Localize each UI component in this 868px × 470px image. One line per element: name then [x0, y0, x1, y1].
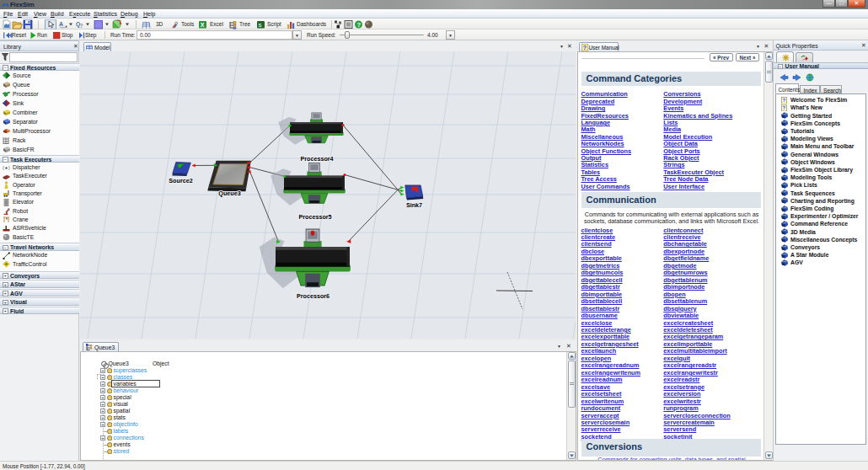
svg-text:Processor5: Processor5 — [298, 213, 331, 221]
svg-text:A: A — [59, 21, 63, 27]
svg-text:Sink7: Sink7 — [406, 201, 422, 209]
svg-text:?: ? — [783, 105, 786, 110]
svg-text:Source2: Source2 — [169, 177, 192, 184]
svg-text:Queue3: Queue3 — [218, 190, 240, 197]
svg-text:?: ? — [582, 45, 586, 51]
svg-text:?: ? — [357, 21, 362, 29]
svg-text:X: X — [201, 22, 205, 28]
svg-text:S: S — [259, 23, 262, 28]
svg-text:?: ? — [80, 23, 83, 29]
svg-text:Processor4: Processor4 — [300, 155, 333, 163]
svg-text:Processor6: Processor6 — [297, 292, 330, 300]
svg-text:?: ? — [783, 98, 786, 103]
